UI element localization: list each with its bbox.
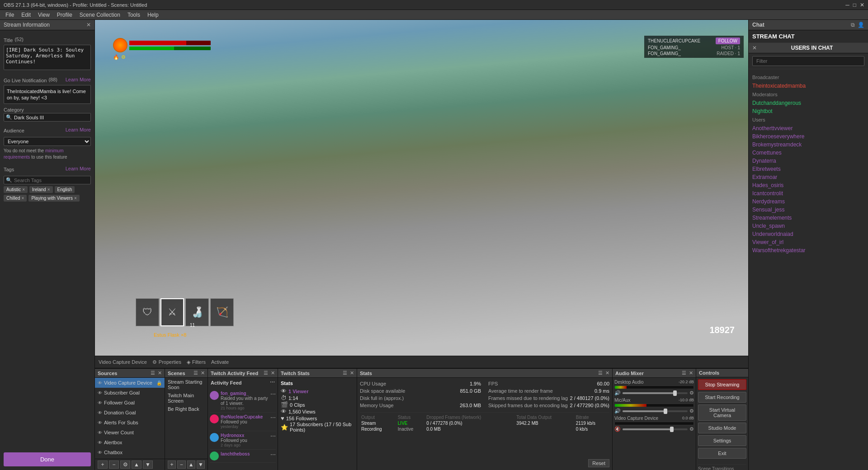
- user-uncle-spawn[interactable]: Uncle_spawn: [752, 222, 864, 230]
- scene-up-btn[interactable]: ▲: [187, 461, 195, 469]
- users-close-icon[interactable]: ✕: [752, 45, 757, 51]
- reset-button[interactable]: Reset: [588, 459, 609, 467]
- user-hades-osiris[interactable]: Hades_osiris: [752, 181, 864, 189]
- audio-vcd-vol-bar[interactable]: [623, 428, 688, 430]
- source-item-sub-goal[interactable]: 👁 Subscriber Goal: [95, 388, 165, 398]
- source-add-btn[interactable]: +: [98, 461, 108, 469]
- scenes-close-icon[interactable]: ✕: [201, 370, 205, 376]
- stream-info-close[interactable]: ✕: [86, 22, 91, 28]
- toolbar-activate[interactable]: Activate: [211, 359, 229, 365]
- sources-close-icon[interactable]: ✕: [158, 370, 162, 376]
- twitch-stats-close-icon[interactable]: ✕: [350, 370, 354, 376]
- scene-be-right-back[interactable]: Be Right Back: [165, 405, 208, 413]
- source-item-chatbox[interactable]: 👁 Chatbox: [95, 447, 165, 457]
- user-bikheroeseverywhere[interactable]: Bikheroeseverywhere: [752, 132, 864, 141]
- settings-button[interactable]: Settings: [698, 435, 746, 446]
- user-extramoar[interactable]: Extramoar: [752, 173, 864, 181]
- audio-mic-vol-bar[interactable]: [623, 410, 688, 412]
- source-item-alerts[interactable]: 👁 Alerts For Subs: [95, 418, 165, 428]
- toolbar-filters[interactable]: ◈ Filters: [187, 359, 206, 365]
- exit-button[interactable]: Exit: [698, 448, 746, 459]
- scene-remove-btn[interactable]: −: [177, 461, 185, 469]
- follow-button[interactable]: FOLLOW: [716, 38, 740, 44]
- menu-scene-collection[interactable]: Scene Collection: [76, 10, 124, 19]
- user-anotherttvviewer[interactable]: Anotherttvviewer: [752, 124, 864, 132]
- source-item-donation-goal[interactable]: 👁 Donation Goal: [95, 408, 165, 418]
- menu-edit[interactable]: Edit: [18, 10, 34, 19]
- user-nerdydreams[interactable]: Nerdydreams: [752, 197, 864, 206]
- minimize-button[interactable]: ─: [845, 2, 849, 8]
- user-theintoxicatedmamba[interactable]: Theintoxicatedmamba: [752, 82, 864, 90]
- user-elbretweets[interactable]: Elbretweets: [752, 165, 864, 173]
- audio-mic-thumb[interactable]: [664, 409, 667, 414]
- start-recording-button[interactable]: Start Recording: [698, 392, 746, 403]
- mic-gear-icon[interactable]: ⚙: [689, 408, 694, 414]
- toolbar-properties[interactable]: ⚙ Properties: [152, 359, 181, 365]
- menu-file[interactable]: File: [2, 10, 18, 19]
- user-warsofthetrekgatestar[interactable]: Warsofthetrekgatestar: [752, 246, 864, 254]
- activity-menu-icon[interactable]: ☰: [264, 370, 268, 376]
- scene-starting-soon[interactable]: Stream Starting Soon: [165, 378, 208, 391]
- maximize-button[interactable]: □: [853, 2, 856, 8]
- source-item-video-capture[interactable]: 👁 Video Capture Device 🔒: [95, 378, 165, 388]
- tag-playing-remove[interactable]: ×: [74, 196, 77, 201]
- go-live-learn-more[interactable]: Learn More: [66, 77, 91, 82]
- source-up-btn[interactable]: ▲: [132, 461, 142, 469]
- scene-down-btn[interactable]: ▼: [197, 461, 205, 469]
- menu-profile[interactable]: Profile: [53, 10, 76, 19]
- user-comettunes[interactable]: Comettunes: [752, 149, 864, 157]
- audio-menu-icon[interactable]: ☰: [682, 370, 686, 376]
- scene-add-btn[interactable]: +: [168, 461, 176, 469]
- audio-close-icon[interactable]: ✕: [689, 370, 693, 376]
- twitch-stats-menu-icon[interactable]: ☰: [343, 370, 347, 376]
- done-button[interactable]: Done: [4, 452, 91, 466]
- chat-user-icon[interactable]: 👤: [858, 22, 864, 28]
- user-brokemystreamdeck[interactable]: Brokemystreamdeck: [752, 141, 864, 149]
- audio-vcd-thumb[interactable]: [670, 427, 674, 432]
- audio-desktop-vol-bar[interactable]: [623, 392, 688, 394]
- desktop-gear-icon[interactable]: ⚙: [689, 390, 694, 396]
- activity-item-dots-1[interactable]: ⋯: [270, 391, 276, 410]
- scene-main-screen[interactable]: Twitch Main Screen: [165, 391, 208, 405]
- activity-dots-main[interactable]: ⋯: [270, 380, 275, 385]
- close-button[interactable]: ✕: [860, 2, 864, 8]
- audio-desktop-thumb[interactable]: [673, 390, 677, 396]
- user-icantcontrolit[interactable]: Icantcontrolit: [752, 189, 864, 197]
- menu-help[interactable]: Help: [144, 10, 162, 19]
- user-dynaterra[interactable]: Dynaterra: [752, 157, 864, 165]
- user-nightbot[interactable]: Nightbot: [752, 107, 864, 115]
- tag-chilled-remove[interactable]: ×: [22, 196, 24, 201]
- source-item-viewer-count[interactable]: 👁 Viewer Count: [95, 428, 165, 437]
- tag-search-input[interactable]: [14, 178, 89, 183]
- menu-tools[interactable]: Tools: [124, 10, 144, 19]
- source-down-btn[interactable]: ▼: [143, 461, 153, 469]
- chat-popout-icon[interactable]: ⧉: [851, 22, 855, 28]
- scenes-menu-icon[interactable]: ☰: [193, 370, 198, 376]
- category-input[interactable]: [14, 115, 89, 120]
- user-underworldnaiad[interactable]: Underworldnaiad: [752, 230, 864, 238]
- user-sensual-jess[interactable]: Sensual_jess: [752, 206, 864, 214]
- tag-autistic-remove[interactable]: ×: [22, 187, 25, 192]
- sources-menu-icon[interactable]: ☰: [151, 370, 155, 376]
- title-input[interactable]: [IRE] Dark Souls 3: Souley Saturday, Arm…: [4, 45, 91, 70]
- menu-view[interactable]: View: [34, 10, 53, 19]
- filter-input[interactable]: [752, 56, 864, 66]
- tags-learn-more[interactable]: Learn More: [66, 166, 91, 171]
- vcd-gear-icon[interactable]: ⚙: [689, 426, 694, 432]
- source-item-alertbox[interactable]: 👁 Alertbox: [95, 437, 165, 447]
- source-item-follower-goal[interactable]: 👁 Follower Goal: [95, 398, 165, 408]
- studio-mode-button[interactable]: Studio Mode: [698, 423, 746, 433]
- source-settings-btn[interactable]: ⚙: [120, 461, 130, 469]
- perf-close-icon[interactable]: ✕: [605, 370, 609, 376]
- activity-close-icon[interactable]: ✕: [271, 370, 275, 376]
- user-streamelements[interactable]: Streamelements: [752, 214, 864, 222]
- tag-ireland-remove[interactable]: ×: [47, 187, 50, 192]
- audience-select[interactable]: Everyone: [4, 137, 91, 146]
- user-viewer-of-irl[interactable]: Viewer_of_irl: [752, 238, 864, 246]
- activity-item-dots-2[interactable]: ⋯: [270, 414, 276, 429]
- vcd-mute-icon[interactable]: 🔇: [614, 426, 621, 432]
- stop-streaming-button[interactable]: Stop Streaming: [698, 379, 746, 390]
- minimum-requirements-link[interactable]: minimum requirements: [4, 148, 64, 160]
- audience-learn-more[interactable]: Learn More: [66, 127, 91, 132]
- activity-item-dots-4[interactable]: ⋯: [270, 451, 276, 461]
